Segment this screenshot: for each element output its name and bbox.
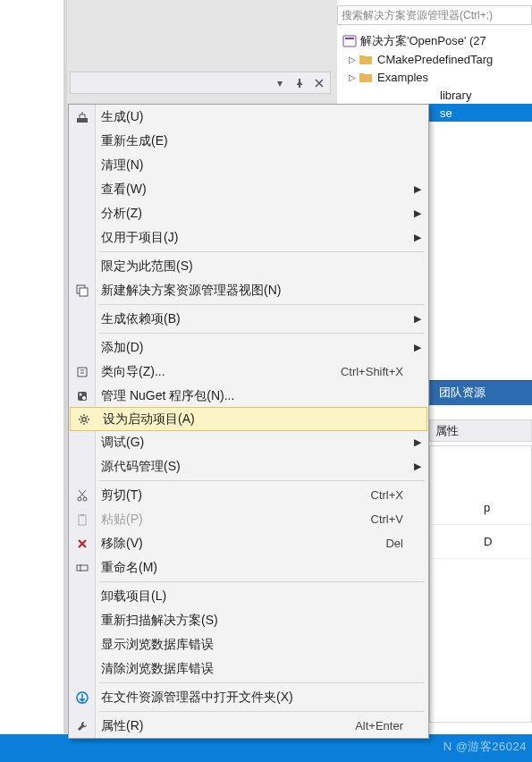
build-icon [74,109,90,125]
menu-item[interactable]: 设为启动项目(A) [70,407,427,431]
menu-item-label: 新建解决方案资源管理器视图(N) [101,283,419,299]
menu-item-label: 剪切(T) [101,487,371,504]
svg-rect-4 [80,288,88,296]
svg-point-6 [80,393,82,395]
menu-item-label: 显示浏览数据库错误 [101,637,419,653]
menu-item[interactable]: 类向导(Z)...Ctrl+Shift+X [69,360,428,384]
menu-item-label: 粘贴(P) [101,512,371,528]
nuget-icon [74,388,90,404]
svg-rect-5 [78,392,87,401]
tree-item-cmake[interactable]: ▷ CMakePredefinedTarg [342,50,532,68]
submenu-arrow-icon: ▶ [414,461,421,472]
property-value: D [484,535,492,548]
menu-item-label: 清除浏览数据库错误 [101,661,419,677]
menu-item-shortcut: Del [385,537,419,550]
menu-item[interactable]: 管理 NuGet 程序包(N)... [69,384,428,408]
svg-point-8 [82,417,86,420]
newview-icon [74,283,90,299]
svg-rect-1 [345,38,354,39]
wrench-icon [74,718,90,734]
menu-item-label: 清理(N) [101,157,419,174]
submenu-arrow-icon: ▶ [414,207,421,219]
menu-item-label: 移除(V) [101,536,385,552]
submenu-arrow-icon: ▶ [414,342,421,353]
property-row[interactable]: p [430,491,531,525]
menu-item-label: 重新扫描解决方案(S) [101,613,419,629]
close-icon[interactable] [312,76,326,90]
submenu-arrow-icon: ▶ [414,313,421,325]
menu-item-label: 查看(W) [101,182,419,198]
open-icon [74,690,90,706]
expand-icon[interactable]: ▷ [346,71,359,83]
menu-item[interactable]: 查看(W)▶ [69,177,428,201]
menu-item-shortcut: Ctrl+Shift+X [341,365,419,378]
menu-item[interactable]: 清理(N) [69,153,428,177]
menu-item[interactable]: 重新扫描解决方案(S) [69,608,428,632]
menu-item[interactable]: 重新生成(E) [69,129,428,153]
pin-icon[interactable] [292,76,307,90]
menu-item[interactable]: 源代码管理(S)▶ [69,454,428,478]
side-tab-bar: 团队资源 [429,380,532,405]
menu-item-label: 属性(R) [101,718,355,734]
panel-toolbar: ▾ [70,72,331,94]
rename-icon [74,560,90,576]
menu-item[interactable]: 分析(Z)▶ [69,201,428,225]
tree-item-library[interactable]: ▷ library [342,86,532,104]
remove-icon [74,536,90,552]
menu-item-shortcut: Ctrl+X [371,488,419,502]
submenu-arrow-icon: ▶ [414,232,421,243]
folder-icon [359,72,374,82]
menu-item[interactable]: 剪切(T)Ctrl+X [69,483,428,507]
menu-item[interactable]: 添加(D)▶ [69,335,428,360]
gear-icon [76,411,92,428]
tree-item-label: Examples [377,71,428,84]
search-placeholder: 搜索解决方案资源管理器(Ctrl+;) [342,9,493,21]
menu-item[interactable]: 在文件资源管理器中打开文件夹(X) [69,685,428,709]
solution-explorer-search[interactable]: 搜索解决方案资源管理器(Ctrl+;) [337,5,532,25]
dropdown-icon[interactable]: ▾ [273,76,287,90]
tree-item-examples[interactable]: ▷ Examples [342,68,532,86]
menu-item-label: 管理 NuGet 程序包(N)... [101,388,419,404]
menu-item[interactable]: 生成(U) [69,105,428,129]
svg-rect-13 [77,565,88,571]
menu-item-label: 分析(Z) [101,206,419,222]
menu-item[interactable]: 移除(V)Del [69,531,428,555]
menu-item-label: 调试(G) [101,435,419,451]
menu-item[interactable]: 仅用于项目(J)▶ [69,225,428,250]
watermark: N @游客26024 [443,739,527,755]
expand-icon[interactable]: ▷ [346,53,359,65]
menu-item-label: 类向导(Z)... [101,364,341,380]
folder-icon [359,54,374,64]
menu-item[interactable]: 显示浏览数据库错误 [69,632,428,656]
menu-item[interactable]: 清除浏览数据库错误 [69,656,428,681]
menu-item-shortcut: Ctrl+V [371,512,419,526]
cut-icon [74,487,90,504]
menu-item-label: 设为启动项目(A) [103,411,418,428]
solution-root[interactable]: 解决方案'OpenPose' (27 [342,32,532,50]
menu-item-shortcut: Alt+Enter [355,719,419,732]
svg-rect-2 [77,118,88,123]
menu-item-label: 重新生成(E) [101,133,419,149]
menu-item-label: 仅用于项目(J) [101,230,419,246]
property-value: p [484,501,490,514]
tab-team-explorer[interactable]: 团队资源 [429,381,494,404]
menu-item[interactable]: 新建解决方案资源管理器视图(N) [69,278,428,302]
menu-item[interactable]: 重命名(M) [69,555,428,580]
solution-icon [342,34,357,48]
menu-item[interactable]: 生成依赖项(B)▶ [69,307,428,331]
svg-rect-0 [343,36,356,47]
paste-icon [74,512,90,528]
menu-item[interactable]: 限定为此范围(S) [69,254,428,278]
menu-item[interactable]: 属性(R)Alt+Enter [69,714,428,738]
property-row[interactable]: D [430,525,531,559]
class-icon [74,364,90,380]
context-menu: 生成(U)重新生成(E)清理(N)查看(W)▶分析(Z)▶仅用于项目(J)▶限定… [68,104,429,739]
menu-item-label: 限定为此范围(S) [101,258,419,275]
menu-item-label: 生成(U) [101,109,419,125]
menu-item[interactable]: 调试(G)▶ [69,430,428,454]
properties-title: 属性 [435,424,459,437]
menu-item[interactable]: 卸载项目(L) [69,584,428,608]
svg-rect-12 [80,514,84,516]
tree-item-label: CMakePredefinedTarg [377,53,493,66]
solution-root-label: 解决方案'OpenPose' (27 [360,33,486,49]
